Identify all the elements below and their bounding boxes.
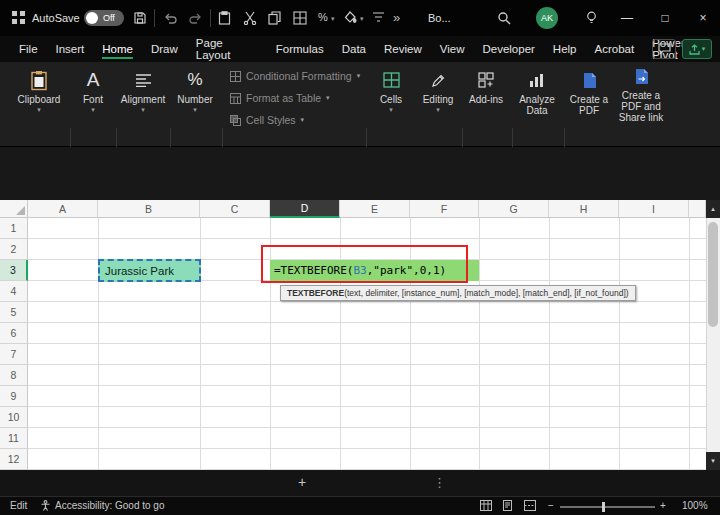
clipboard-group-button[interactable]: Clipboard ▾ [12, 68, 66, 114]
close-button[interactable]: × [686, 0, 720, 36]
pdf-share-icon [634, 64, 649, 88]
scroll-down-icon[interactable]: ▾ [706, 452, 720, 470]
chevron-down-icon: ▾ [436, 106, 440, 114]
alignment-group-button[interactable]: Alignment ▾ [118, 68, 168, 114]
column-header-f[interactable]: F [410, 200, 479, 218]
tab-home[interactable]: Home [93, 36, 142, 62]
zoom-slider-thumb[interactable] [602, 502, 605, 512]
column-header-b[interactable]: B [98, 200, 200, 218]
zoom-slider[interactable] [560, 506, 655, 508]
chevron-down-icon: ▾ [91, 106, 95, 114]
font-group-button[interactable]: A Font ▾ [72, 68, 114, 114]
row-header-5[interactable]: 5 [0, 302, 28, 323]
column-header-a[interactable]: A [28, 200, 98, 218]
autosave-toggle[interactable]: Off [84, 10, 124, 26]
vertical-scrollbar-thumb[interactable] [708, 222, 718, 327]
column-header-g[interactable]: G [479, 200, 549, 218]
column-header-h[interactable]: H [549, 200, 619, 218]
row-header-9[interactable]: 9 [0, 386, 28, 407]
chevron-down-icon: ▾ [141, 106, 145, 114]
new-sheet-icon[interactable]: + [298, 474, 306, 490]
excel-window: AutoSave Off % ▾ ▾ [0, 0, 720, 515]
workbook-title[interactable]: Bo... [428, 12, 451, 24]
title-bar: AutoSave Off % ▾ ▾ [0, 0, 720, 36]
tab-acrobat[interactable]: Acrobat [586, 36, 644, 62]
divider [210, 9, 211, 27]
cut-scissors-icon[interactable] [243, 11, 257, 25]
copy-icon[interactable] [268, 11, 281, 25]
cell-b3[interactable]: Jurassic Park [98, 259, 201, 282]
analyze-data-button[interactable]: Analyze Data [514, 68, 560, 116]
tab-help[interactable]: Help [544, 36, 586, 62]
accessibility-status[interactable]: Accessibility: Good to go [55, 500, 165, 511]
row-header-8[interactable]: 8 [0, 365, 28, 386]
percent-style-icon[interactable]: % [318, 11, 328, 23]
chevron-down-icon[interactable]: ▾ [360, 15, 364, 23]
column-header-i[interactable]: I [619, 200, 689, 218]
tab-page-layout[interactable]: Page Layout [187, 36, 267, 62]
page-layout-view-icon[interactable] [502, 500, 513, 511]
normal-view-icon[interactable] [480, 500, 492, 511]
row-header-11[interactable]: 11 [0, 428, 28, 449]
editing-group-button[interactable]: Editing ▾ [416, 68, 460, 114]
fill-color-icon[interactable] [344, 11, 357, 24]
account-avatar[interactable]: AK [536, 7, 558, 29]
accessibility-icon[interactable] [40, 500, 51, 511]
row-header-6[interactable]: 6 [0, 323, 28, 344]
maximize-button[interactable]: □ [648, 0, 682, 36]
row-header-3[interactable]: 3 [0, 260, 28, 281]
font-icon: A [87, 68, 100, 92]
search-icon[interactable] [497, 11, 511, 25]
create-pdf-button[interactable]: Create a PDF [566, 68, 612, 116]
tab-formulas[interactable]: Formulas [267, 36, 333, 62]
add-ins-button[interactable]: Add-ins [464, 68, 508, 105]
share-button[interactable]: ▾ [682, 39, 712, 59]
save-icon[interactable] [133, 11, 147, 25]
tab-view[interactable]: View [431, 36, 474, 62]
cell-styles-button[interactable]: Cell Styles ▾ [230, 114, 304, 126]
column-header-partial[interactable] [689, 200, 706, 218]
row-header-4[interactable]: 4 [0, 281, 28, 302]
tab-review[interactable]: Review [375, 36, 431, 62]
more-commands-icon[interactable]: » [393, 10, 400, 25]
row-header-10[interactable]: 10 [0, 407, 28, 428]
scroll-up-icon[interactable]: ▴ [706, 200, 720, 218]
row-header-1[interactable]: 1 [0, 218, 28, 239]
tab-file[interactable]: File [10, 36, 47, 62]
tab-developer[interactable]: Developer [473, 36, 543, 62]
lightbulb-icon[interactable] [585, 11, 598, 25]
column-header-c[interactable]: C [200, 200, 270, 218]
cells-group-button[interactable]: Cells ▾ [368, 68, 414, 114]
page-break-view-icon[interactable] [524, 500, 536, 511]
tab-insert[interactable]: Insert [47, 36, 94, 62]
number-group-button[interactable]: % Number ▾ [172, 68, 218, 114]
divider [154, 9, 155, 27]
format-as-table-button[interactable]: Format as Table ▾ [230, 92, 330, 104]
gridline [689, 218, 690, 470]
create-pdf-share-button[interactable]: Create a PDF and Share link [614, 64, 668, 123]
percent-icon: % [187, 68, 202, 92]
minimize-button[interactable]: — [610, 0, 644, 36]
redo-icon[interactable] [188, 11, 203, 25]
tab-options-icon[interactable]: ⋮ [433, 475, 446, 490]
undo-icon[interactable] [163, 11, 178, 25]
select-all-triangle-icon [16, 206, 25, 215]
borders-icon[interactable] [293, 11, 307, 25]
app-launcher-icon[interactable] [12, 11, 25, 24]
column-header-e[interactable]: E [340, 200, 410, 218]
select-all-button[interactable] [0, 200, 28, 218]
tab-draw[interactable]: Draw [142, 36, 187, 62]
zoom-out-icon[interactable]: − [548, 500, 554, 511]
chevron-down-icon[interactable]: ▾ [331, 15, 335, 23]
sort-filter-icon[interactable] [372, 11, 385, 24]
zoom-in-icon[interactable]: + [660, 500, 666, 511]
tab-data[interactable]: Data [333, 36, 375, 62]
column-header-d[interactable]: D [270, 200, 340, 218]
paste-icon[interactable] [218, 11, 231, 25]
comments-button[interactable] [652, 39, 676, 59]
zoom-level[interactable]: 100% [682, 500, 708, 511]
row-header-2[interactable]: 2 [0, 239, 28, 260]
row-header-7[interactable]: 7 [0, 344, 28, 365]
row-header-12[interactable]: 12 [0, 449, 28, 470]
conditional-formatting-button[interactable]: Conditional Formatting ▾ [230, 70, 360, 82]
